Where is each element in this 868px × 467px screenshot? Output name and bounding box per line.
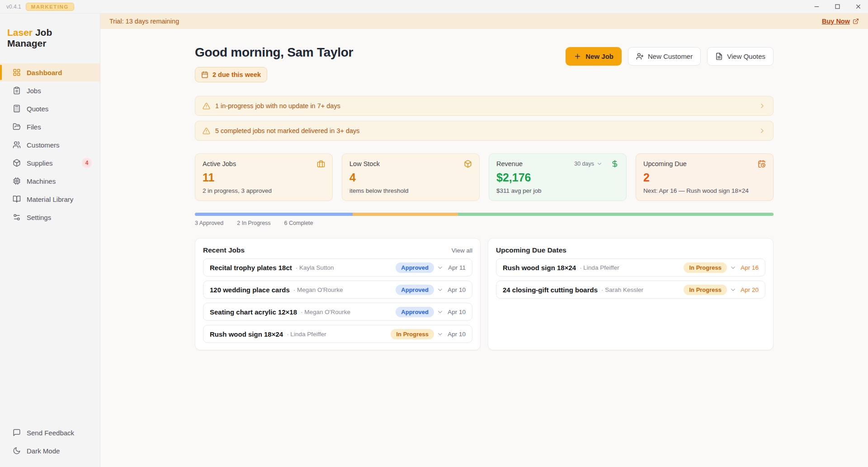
sidebar-item-label: Material Library [27,195,73,203]
maximize-icon[interactable] [834,3,841,10]
supplies-count-badge: 4 [82,158,92,168]
dark-mode-toggle[interactable]: Dark Mode [0,442,100,460]
job-customer: · Linda Pfeiffer [287,331,326,338]
stat-card-active-jobs: Active Jobs 11 2 in progress, 3 approved [195,153,333,201]
job-row[interactable]: Rush wood sign 18×24 · Linda Pfeiffer In… [496,258,765,276]
status-badge[interactable]: In Progress [684,262,727,273]
file-text-icon [715,52,723,60]
page-title: Good morning, Sam Taylor [195,45,353,60]
chevron-down-icon [596,161,603,167]
job-row[interactable]: Recital trophy plates 18ct · Kayla Sutto… [203,258,472,276]
sidebar-item-label: Send Feedback [27,429,74,437]
job-title: 120 wedding place cards [210,286,290,294]
new-job-button[interactable]: New Job [566,47,622,66]
package-icon [464,160,472,168]
sidebar-item-label: Quotes [27,105,48,113]
clipboard-icon [13,86,21,95]
chevron-down-icon[interactable] [730,286,736,293]
chevron-down-icon[interactable] [437,309,443,315]
status-badge[interactable]: In Progress [391,329,434,339]
job-customer: · Linda Pfeiffer [580,264,619,271]
sidebar-item-material-library[interactable]: Material Library [0,190,100,208]
alert-undelivered-jobs[interactable]: 5 completed jobs not marked delivered in… [195,121,774,141]
close-icon[interactable] [854,3,862,10]
job-date: Apr 11 [447,264,466,271]
job-customer: · Sarah Kessler [601,286,643,293]
chevron-down-icon[interactable] [437,331,443,338]
calculator-icon [13,105,21,113]
view-quotes-button[interactable]: View Quotes [707,47,774,66]
briefcase-icon [317,160,325,168]
panel-title: Upcoming Due Dates [496,246,566,254]
job-title: Rush wood sign 18×24 [503,264,576,272]
sidebar-item-jobs[interactable]: Jobs [0,81,100,100]
stat-label: Revenue [496,160,523,167]
dashboard-grid-icon [13,68,21,76]
due-this-week-badge[interactable]: 2 due this week [195,67,267,82]
chevron-down-icon[interactable] [730,264,736,271]
trial-banner: Trial: 13 days remaining Buy Now [100,14,868,29]
stat-value: 4 [349,171,472,184]
recent-jobs-panel: Recent Jobs View all Recital trophy plat… [195,238,481,350]
job-row[interactable]: 120 wedding place cards · Megan O'Rourke… [203,281,472,299]
status-badge[interactable]: Approved [396,262,434,273]
upcoming-due-dates-panel: Upcoming Due Dates Rush wood sign 18×24 … [488,238,774,350]
send-feedback-button[interactable]: Send Feedback [0,424,100,442]
sidebar-item-supplies[interactable]: Supplies 4 [0,154,100,172]
stat-sub: items below threshold [349,187,472,194]
progress-segment-complete [458,213,774,216]
progress-label-approved: 3 Approved [195,220,223,226]
alert-text: 1 in-progress job with no update in 7+ d… [215,102,340,110]
buy-now-link[interactable]: Buy Now [822,18,859,25]
status-badge[interactable]: Approved [396,285,434,295]
view-all-link[interactable]: View all [452,247,472,254]
job-row[interactable]: Rush wood sign 18×24 · Linda Pfeiffer In… [203,325,472,343]
window-titlebar: v0.4.1 MARKETING [0,0,868,14]
job-date: Apr 20 [740,286,759,293]
sidebar-item-label: Machines [27,177,56,185]
stat-label: Active Jobs [203,160,236,167]
job-customer: · Megan O'Rourke [293,286,343,293]
user-plus-icon [636,52,644,60]
new-customer-button[interactable]: New Customer [628,47,701,66]
stat-value: 2 [643,171,766,184]
stat-sub: Next: Apr 16 — Rush wood sign 18×24 [643,187,766,194]
sidebar-item-dashboard[interactable]: Dashboard [0,63,100,81]
alert-stale-jobs[interactable]: 1 in-progress job with no update in 7+ d… [195,96,774,116]
external-link-icon [853,18,859,24]
users-icon [13,141,21,149]
trial-text: Trial: 13 days remaining [109,18,179,25]
message-square-icon [13,429,21,437]
warning-triangle-icon [203,127,210,135]
sidebar-item-files[interactable]: Files [0,118,100,136]
job-date: Apr 10 [447,331,466,338]
job-status-progress-bar [195,213,774,216]
chevron-down-icon[interactable] [437,286,443,293]
revenue-range-value: 30 days [574,161,594,167]
sidebar-item-machines[interactable]: Machines [0,172,100,190]
job-customer: · Megan O'Rourke [301,309,350,315]
dollar-sign-icon [611,160,619,168]
sidebar-item-customers[interactable]: Customers [0,136,100,154]
app-logo: Laser Job Manager [0,27,100,49]
folder-icon [13,123,21,131]
app-version: v0.4.1 [6,4,21,10]
sidebar-item-label: Dashboard [27,69,62,76]
revenue-range-dropdown[interactable]: 30 days [574,161,603,167]
sidebar-item-settings[interactable]: Settings [0,208,100,226]
stat-label: Upcoming Due [643,160,687,167]
job-row[interactable]: Seating chart acrylic 12×18 · Megan O'Ro… [203,303,472,321]
status-badge[interactable]: Approved [396,307,434,317]
stat-label: Low Stock [349,160,380,167]
settings-icon [13,213,21,221]
moon-icon [13,447,21,455]
status-badge[interactable]: In Progress [684,285,727,295]
progress-segment-approved [195,213,353,216]
minimize-icon[interactable] [813,3,820,10]
chevron-down-icon[interactable] [437,264,443,271]
chevron-right-icon [759,127,766,134]
sidebar-item-label: Supplies [27,159,53,167]
alert-text: 5 completed jobs not marked delivered in… [215,127,360,134]
sidebar-item-quotes[interactable]: Quotes [0,100,100,118]
job-row[interactable]: 24 closing-gift cutting boards · Sarah K… [496,281,765,299]
